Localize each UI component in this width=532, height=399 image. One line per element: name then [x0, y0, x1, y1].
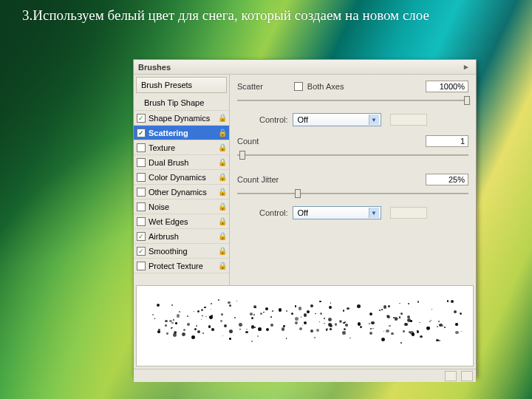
checkbox[interactable] [137, 262, 146, 270]
checkbox[interactable] [137, 188, 146, 197]
sidebar-item-scattering[interactable]: ✓Scattering🔒 [134, 126, 229, 140]
scatter-label: Scatter [237, 82, 263, 91]
jitter-control-value: Off [298, 208, 308, 217]
sidebar-item-label: Shape Dynamics [149, 114, 210, 123]
panel-titlebar: Brushes ▸ [134, 60, 476, 75]
jitter-control-select[interactable]: Off ▼ [293, 206, 381, 219]
sidebar-item-color-dynamics[interactable]: Color Dynamics🔒 [134, 170, 229, 185]
sidebar-item-shape-dynamics[interactable]: ✓Shape Dynamics🔒 [134, 111, 229, 126]
lock-icon: 🔒 [218, 202, 226, 211]
brush-preview [136, 285, 474, 366]
lock-icon: 🔒 [218, 158, 226, 166]
brush-options-sidebar: Brush Presets Brush Tip Shape ✓Shape Dyn… [134, 75, 230, 285]
scatter-control-select[interactable]: Off ▼ [293, 113, 381, 126]
sidebar-item-label: Noise [149, 202, 169, 211]
scatter-control-extra [390, 114, 427, 126]
scatter-slider[interactable] [237, 95, 468, 106]
sidebar-item-airbrush[interactable]: ✓Airbrush🔒 [134, 229, 229, 244]
both-axes-checkbox[interactable] [294, 82, 303, 91]
lock-icon: 🔒 [218, 173, 226, 181]
sidebar-item-label: Scattering [149, 129, 188, 137]
sidebar-item-label: Protect Texture [149, 262, 203, 270]
panel-title: Brushes [138, 63, 171, 72]
count-jitter-value[interactable]: 25% [426, 174, 468, 185]
sidebar-item-label: Texture [149, 143, 175, 152]
checkbox[interactable]: ✓ [137, 232, 146, 241]
lock-icon: 🔒 [218, 114, 226, 122]
lock-icon: 🔒 [218, 143, 226, 151]
lock-icon: 🔒 [218, 217, 226, 225]
checkbox[interactable] [137, 202, 146, 211]
new-icon[interactable] [445, 371, 457, 381]
brushes-panel: Brushes ▸ Brush Presets Brush Tip Shape … [133, 59, 477, 377]
jitter-control-label: Control: [259, 208, 288, 217]
scattering-settings: Scatter Both Axes 1000% Control: Off ▼ C… [230, 75, 476, 285]
checkbox[interactable]: ✓ [137, 129, 146, 137]
panel-menu-icon[interactable]: ▸ [460, 60, 473, 74]
both-axes-label: Both Axes [307, 82, 344, 91]
scatter-control-value: Off [298, 115, 308, 124]
sidebar-item-smoothing[interactable]: ✓Smoothing🔒 [134, 244, 229, 259]
sidebar-item-label: Smoothing [149, 247, 188, 256]
sidebar-item-texture[interactable]: Texture🔒 [134, 140, 229, 155]
scatter-control-label: Control: [259, 115, 288, 124]
sidebar-item-label: Dual Brush [149, 158, 188, 167]
slide-caption: 3.Используем белый цвет для снега, котор… [22, 7, 517, 24]
checkbox[interactable] [137, 173, 146, 182]
lock-icon: 🔒 [218, 247, 226, 255]
trash-icon[interactable] [461, 371, 473, 381]
sidebar-item-label: Airbrush [149, 232, 179, 241]
checkbox[interactable] [137, 143, 146, 152]
count-value[interactable]: 1 [426, 135, 468, 147]
checkbox[interactable]: ✓ [137, 114, 146, 123]
lock-icon: 🔒 [218, 262, 226, 270]
chevron-down-icon: ▼ [369, 208, 379, 218]
checkbox[interactable]: ✓ [137, 247, 146, 256]
sidebar-item-label: Wet Edges [149, 217, 188, 226]
count-jitter-label: Count Jitter [237, 175, 279, 184]
brush-tip-shape-button[interactable]: Brush Tip Shape [134, 95, 229, 111]
panel-statusbar [134, 369, 476, 382]
sidebar-item-other-dynamics[interactable]: Other Dynamics🔒 [134, 185, 229, 200]
sidebar-item-protect-texture[interactable]: Protect Texture🔒 [134, 259, 229, 273]
lock-icon: 🔒 [218, 129, 226, 137]
sidebar-item-wet-edges[interactable]: Wet Edges🔒 [134, 214, 229, 229]
lock-icon: 🔒 [218, 232, 226, 240]
count-label: Count [237, 137, 259, 146]
jitter-control-extra [390, 207, 427, 219]
brush-presets-button[interactable]: Brush Presets [136, 77, 227, 93]
sidebar-item-noise[interactable]: Noise🔒 [134, 200, 229, 214]
count-jitter-slider[interactable] [237, 188, 468, 199]
sidebar-item-label: Color Dynamics [149, 173, 206, 182]
scatter-value[interactable]: 1000% [426, 81, 468, 92]
chevron-down-icon: ▼ [369, 115, 379, 125]
count-slider[interactable] [237, 150, 468, 160]
sidebar-item-label: Other Dynamics [149, 188, 207, 197]
checkbox[interactable] [137, 158, 146, 167]
lock-icon: 🔒 [218, 188, 226, 196]
checkbox[interactable] [137, 217, 146, 226]
sidebar-item-dual-brush[interactable]: Dual Brush🔒 [134, 155, 229, 170]
